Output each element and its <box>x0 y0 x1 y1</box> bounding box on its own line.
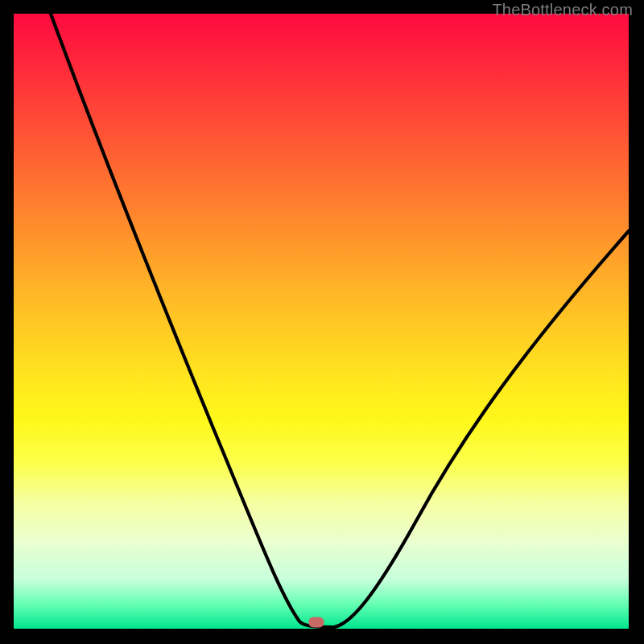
chart-plot-area <box>14 14 629 629</box>
curve-left-branch <box>51 14 334 627</box>
chart-stage: TheBottleneck.com <box>0 0 644 644</box>
curve-right-branch <box>334 231 629 627</box>
bottleneck-curve <box>14 14 629 629</box>
optimal-point-marker <box>308 617 324 628</box>
watermark-text: TheBottleneck.com <box>492 1 633 19</box>
